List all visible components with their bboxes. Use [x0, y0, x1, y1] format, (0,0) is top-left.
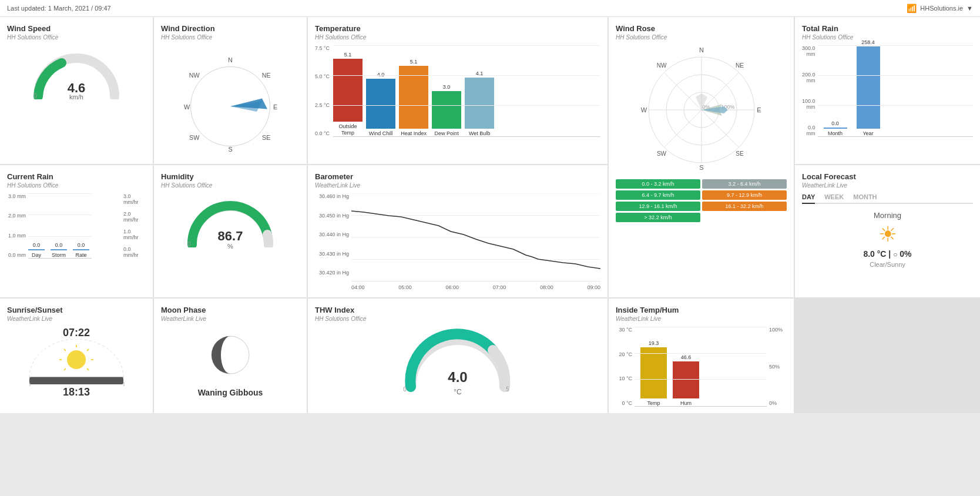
- forecast-card: Local Forecast WeatherLink Live DAY WEEK…: [795, 165, 980, 297]
- sunrise-subtitle: WeatherLink Live: [7, 316, 146, 322]
- current-rain-card: Current Rain HH Solutions Office 3.0 mm …: [0, 165, 153, 297]
- svg-line-37: [87, 349, 89, 351]
- temp-bar-windchill: 4.0 Wind Chill: [366, 72, 395, 136]
- thw-value: 4.0: [448, 369, 467, 385]
- humidity-card: Humidity HH Solutions Office 86.7 0 %: [154, 165, 307, 297]
- svg-text:NE: NE: [736, 62, 744, 69]
- svg-text:5: 5: [506, 386, 509, 393]
- svg-text:NW: NW: [656, 62, 666, 69]
- tab-day[interactable]: DAY: [802, 193, 815, 204]
- temperature-chart: 7.5 °C 5.0 °C 2.5 °C 0.0 °C 5.1 OutsideT…: [315, 45, 600, 136]
- wind-rose-container: N E S W NE SE SW NW 100% 0%: [616, 45, 787, 175]
- forecast-temp: 8.0 °C | ○ 0%: [802, 249, 973, 259]
- rain-bar-rate: 0.0 Rate: [73, 242, 89, 258]
- barometer-card: Barometer WeatherLink Live 30.460 in Hg …: [308, 165, 608, 297]
- thw-subtitle: HH Solutions Office: [315, 316, 600, 322]
- svg-text:E: E: [757, 106, 761, 113]
- legend-12-16: 12.9 - 16.1 km/h: [616, 202, 700, 211]
- wind-rose-card: Wind Rose HH Solutions Office N E S W NE…: [609, 17, 794, 297]
- rain-icon: ○: [893, 250, 897, 259]
- wifi-icon: 📶: [907, 4, 917, 13]
- svg-text:SE: SE: [736, 150, 744, 157]
- moon-phase-label: Waning Gibbous: [198, 388, 263, 397]
- sunset-time: 18:13: [63, 386, 90, 398]
- svg-text:NE: NE: [262, 72, 271, 79]
- inside-temp-chart: 30 °C 20 °C 10 °C 0 °C 19.3 Temp: [616, 327, 787, 406]
- svg-text:SE: SE: [262, 134, 270, 141]
- compass-svg: N NE E SE S SW W NW: [177, 45, 283, 157]
- compass-container: N NE E SE S SW W NW: [161, 45, 300, 157]
- top-bar: Last updated: 1 March, 2021 / 09:47 📶 HH…: [0, 0, 980, 17]
- barometer-title: Barometer: [315, 172, 600, 181]
- humidity-unit: %: [227, 243, 233, 250]
- temp-bar-heatindex: 5.1 Heat Index: [399, 59, 428, 136]
- wifi-text: HHSolutions.ie: [920, 5, 963, 12]
- svg-line-40: [64, 349, 66, 351]
- barometer-chart: 30.460 in Hg 30.450 in Hg 30.440 in Hg 3…: [315, 193, 600, 290]
- wind-speed-subtitle: HH Solutions Office: [7, 34, 146, 41]
- inside-temp-subtitle: WeatherLink Live: [616, 316, 787, 322]
- legend-6-9: 6.4 - 9.7 km/h: [616, 190, 700, 200]
- inside-temp-card: Inside Temp/Hum WeatherLink Live 30 °C 2…: [609, 299, 794, 413]
- legend-16-32: 16.1 - 32.2 km/h: [702, 202, 787, 211]
- wind-rose-title: Wind Rose: [616, 24, 787, 33]
- svg-text:W: W: [640, 106, 647, 113]
- svg-text:0: 0: [403, 386, 407, 393]
- current-rain-title: Current Rain: [7, 172, 146, 181]
- forecast-subtitle: WeatherLink Live: [802, 182, 973, 189]
- tab-week[interactable]: WEEK: [824, 193, 844, 203]
- humidity-title: Humidity: [161, 172, 300, 181]
- thw-gauge: 4.0 0 5 °C: [315, 328, 600, 396]
- svg-text:|: |: [123, 381, 125, 386]
- wind-direction-subtitle: HH Solutions Office: [161, 34, 300, 41]
- wind-rose-svg: N E S W NE SE SW NW 100% 0%: [637, 45, 766, 175]
- inside-bars-area: 19.3 Temp 46.6 Hum: [635, 327, 767, 406]
- inside-bar-temp: 19.3 Temp: [640, 340, 667, 406]
- svg-text:0: 0: [33, 93, 37, 99]
- svg-text:E: E: [273, 103, 277, 110]
- current-rain-subtitle: HH Solutions Office: [7, 182, 146, 189]
- wind-speed-gauge: 4.6 0 km/h: [7, 46, 146, 100]
- moon-svg: [207, 331, 254, 378]
- moon-container: Waning Gibbous: [161, 331, 300, 397]
- svg-text:N: N: [699, 46, 704, 53]
- dropdown-icon[interactable]: ▼: [966, 5, 973, 12]
- wind-legend: 0.0 - 3.2 km/h 3.2 - 6.4 km/h 6.4 - 9.7 …: [616, 179, 787, 222]
- sunrise-container: 07:22 | |: [7, 327, 146, 398]
- total-rain-title: Total Rain: [802, 24, 973, 33]
- wifi-label: 📶 HHSolutions.ie ▼: [907, 4, 973, 13]
- thw-unit: °C: [454, 388, 461, 396]
- barometer-subtitle: WeatherLink Live: [315, 182, 600, 189]
- sunrise-title: Sunrise/Sunset: [7, 306, 146, 314]
- total-rain-subtitle: HH Solutions Office: [802, 34, 973, 41]
- baro-svg: [351, 193, 600, 281]
- moon-card: Moon Phase WeatherLink Live Waning Gibbo…: [154, 299, 307, 413]
- temperature-card: Temperature HH Solutions Office 7.5 °C 5…: [308, 17, 608, 164]
- temp-bar-dewpoint: 3.0 Dew Point: [432, 84, 461, 136]
- tab-month[interactable]: MONTH: [853, 193, 877, 203]
- svg-text:S: S: [699, 164, 703, 171]
- barometer-line-chart: 04:00 05:00 06:00 07:00 08:00 09:00: [351, 193, 600, 290]
- wind-direction-card: Wind Direction HH Solutions Office N NE …: [154, 17, 307, 164]
- temp-bars-area: 5.1 OutsideTemp 4.0 Wind Chill 5.1 Heat …: [333, 45, 600, 136]
- temperature-subtitle: HH Solutions Office: [315, 34, 600, 41]
- temp-bar-wetbulb: 4.1 Wet Bulb: [465, 71, 494, 136]
- humidity-gauge: 86.7 0 %: [161, 195, 300, 250]
- temperature-title: Temperature: [315, 24, 600, 33]
- current-rain-bars: 0.0 Day 0.0 Storm 0.0 Rate: [28, 193, 121, 258]
- wind-speed-card: Wind Speed HH Solutions Office 4.6 0 km/…: [0, 17, 153, 164]
- wind-direction-title: Wind Direction: [161, 24, 300, 33]
- temp-bar-outside: 5.1 OutsideTemp: [333, 52, 363, 136]
- humidity-arc: 86.7 0: [183, 195, 277, 247]
- legend-3-6: 3.2 - 6.4 km/h: [702, 179, 787, 189]
- forecast-time-of-day: Morning: [802, 211, 973, 220]
- svg-line-42: [64, 368, 66, 370]
- total-rain-bars: 0.0 Month 258.4 Year: [818, 45, 973, 136]
- thw-title: THW Index: [315, 306, 600, 314]
- svg-point-35: [67, 350, 86, 369]
- sun-icon: ☀: [802, 222, 973, 247]
- forecast-description: Clear/Sunny: [802, 261, 973, 268]
- svg-text:NW: NW: [189, 72, 200, 79]
- humidity-subtitle: HH Solutions Office: [161, 182, 300, 189]
- forecast-tabs: DAY WEEK MONTH: [802, 193, 973, 204]
